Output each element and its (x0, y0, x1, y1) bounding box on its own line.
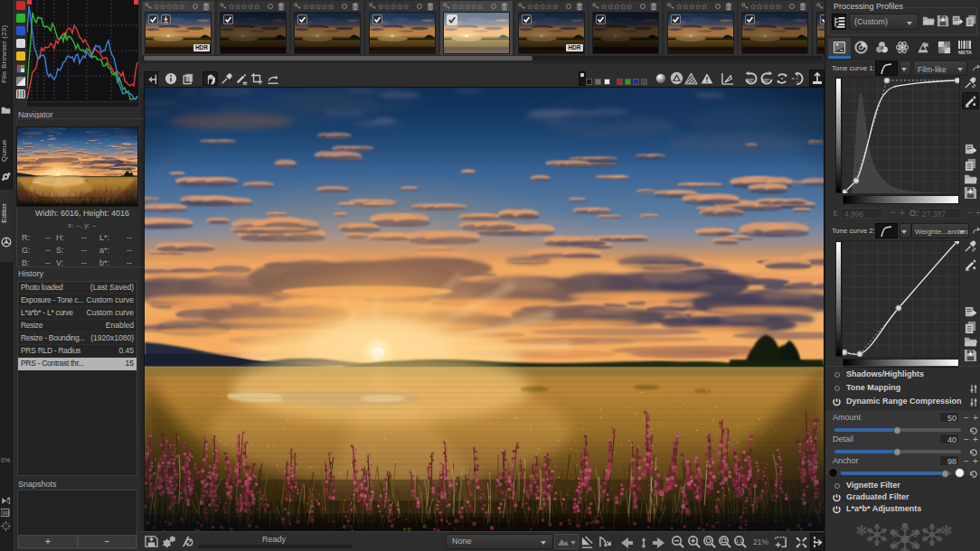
svg-text:META: META (958, 50, 972, 55)
svg-text:90°: 90° (762, 78, 770, 83)
svg-text:1:1: 1:1 (736, 538, 743, 544)
svg-text:90°: 90° (747, 78, 755, 83)
